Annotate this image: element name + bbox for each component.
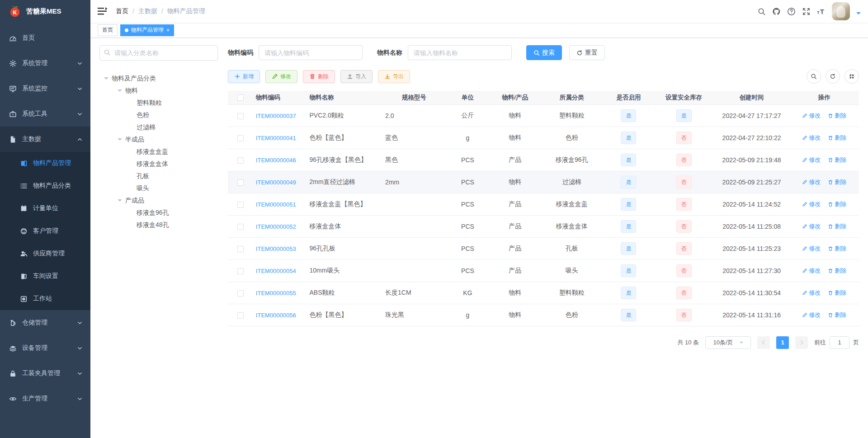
app-logo[interactable]: K 苦糖果MES [0, 0, 90, 23]
material-code-link[interactable]: ITEM00000052 [256, 223, 296, 230]
close-icon[interactable]: × [166, 28, 170, 33]
material-code-link[interactable]: ITEM00000056 [256, 312, 296, 319]
row-checkbox[interactable] [237, 246, 244, 252]
sidebar-item-system-tools[interactable]: 系统工具 [0, 101, 90, 127]
sidebar-item-production-mgmt[interactable]: 生产管理 [0, 386, 90, 411]
row-edit-link[interactable]: 修改 [802, 134, 821, 142]
row-edit-link[interactable]: 修改 [802, 222, 821, 231]
toggle-search-button[interactable] [807, 69, 821, 84]
select-all-checkbox[interactable] [237, 94, 244, 101]
row-edit-link[interactable]: 修改 [802, 245, 821, 253]
sidebar-item-home[interactable]: 首页 [0, 25, 90, 51]
row-delete-link[interactable]: 删除 [828, 245, 846, 253]
material-name-input[interactable] [408, 45, 512, 60]
row-delete-link[interactable]: 删除 [828, 112, 846, 120]
sidebar-item-equipment-mgmt[interactable]: 设备管理 [0, 335, 90, 361]
row-checkbox[interactable] [237, 268, 244, 274]
tree-node-leaf[interactable]: 塑料颗粒 [99, 97, 218, 109]
row-delete-link[interactable]: 删除 [828, 289, 846, 297]
page-size-select[interactable]: 10条/页 [705, 336, 751, 349]
sidebar-item-measure-unit[interactable]: 计量单位 [0, 197, 90, 220]
row-delete-link[interactable]: 删除 [828, 267, 846, 275]
tree-node-leaf[interactable]: 吸头 [99, 182, 218, 194]
tree-node-leaf[interactable]: 色粉 [99, 109, 218, 121]
tab-material-product-mgmt[interactable]: 物料产品管理 × [120, 24, 174, 36]
columns-button[interactable] [844, 69, 859, 84]
tree-expand-icon[interactable] [104, 77, 108, 82]
sidebar-item-workstation[interactable]: 工作站 [0, 287, 90, 310]
sidebar-item-workshop-settings[interactable]: 车间设置 [0, 265, 90, 287]
tree-expand-icon[interactable] [118, 199, 122, 204]
sidebar-item-warehouse-mgmt[interactable]: 仓储管理 [0, 310, 90, 335]
material-code-link[interactable]: ITEM00000049 [256, 179, 296, 186]
search-icon[interactable] [757, 7, 766, 16]
tree-node-group[interactable]: 产成品 [99, 194, 218, 207]
row-checkbox[interactable] [237, 312, 244, 319]
delete-button[interactable]: 删除 [303, 70, 335, 83]
material-code-link[interactable]: ITEM00000037 [256, 113, 296, 119]
goto-page-input[interactable] [830, 336, 849, 349]
row-delete-link[interactable]: 删除 [828, 156, 846, 164]
row-delete-link[interactable]: 删除 [828, 311, 846, 319]
import-button[interactable]: 导入 [340, 70, 373, 83]
material-code-link[interactable]: ITEM00000053 [256, 245, 296, 252]
tree-node-group[interactable]: 半成品 [99, 133, 218, 146]
next-page-button[interactable] [795, 336, 808, 349]
tab-home[interactable]: 首页 [98, 24, 118, 36]
github-icon[interactable] [772, 7, 781, 16]
row-delete-link[interactable]: 删除 [828, 178, 846, 186]
row-checkbox[interactable] [237, 202, 244, 208]
tree-expand-icon[interactable] [118, 89, 122, 94]
row-checkbox[interactable] [237, 290, 244, 297]
caret-down-icon[interactable] [856, 12, 861, 17]
question-icon[interactable] [787, 7, 796, 16]
row-delete-link[interactable]: 删除 [828, 134, 846, 142]
avatar[interactable] [832, 2, 850, 20]
sidebar-item-supplier-mgmt[interactable]: 供应商管理 [0, 242, 90, 265]
material-code-link[interactable]: ITEM00000055 [256, 290, 296, 297]
tree-node-group[interactable]: 物料 [99, 85, 218, 97]
category-search-input[interactable] [99, 45, 218, 61]
sidebar-item-customer-mgmt[interactable]: 客户管理 [0, 220, 90, 242]
sidebar-item-material-product-mgmt[interactable]: 物料产品管理 [0, 152, 90, 174]
tree-node-leaf[interactable]: 移液盒48孔 [99, 219, 218, 231]
tree-node-leaf[interactable]: 移液盒盒体 [99, 158, 218, 170]
add-button[interactable]: 新增 [228, 70, 260, 83]
row-delete-link[interactable]: 删除 [828, 200, 846, 208]
search-button[interactable]: 搜索 [526, 45, 562, 60]
export-button[interactable]: 导出 [378, 70, 410, 83]
page-number-1[interactable]: 1 [776, 336, 789, 349]
tree-node-root[interactable]: 物料及产品分类 [99, 72, 218, 85]
row-checkbox[interactable] [237, 113, 244, 119]
material-code-link[interactable]: ITEM00000054 [256, 268, 296, 274]
sidebar-item-fixture-mgmt[interactable]: 工装夹具管理 [0, 361, 90, 386]
breadcrumb-master-data[interactable]: 主数据 [138, 7, 157, 15]
refresh-button[interactable] [826, 69, 840, 84]
row-edit-link[interactable]: 修改 [802, 178, 821, 186]
row-edit-link[interactable]: 修改 [802, 289, 821, 297]
row-delete-link[interactable]: 删除 [828, 222, 846, 231]
reset-button[interactable]: 重置 [569, 45, 605, 60]
sidebar-item-master-data[interactable]: 主数据 [0, 127, 90, 152]
row-checkbox[interactable] [237, 157, 244, 164]
sidebar-item-system-monitor[interactable]: 系统监控 [0, 76, 90, 101]
sidebar-item-system-mgmt[interactable]: 系统管理 [0, 51, 90, 76]
row-edit-link[interactable]: 修改 [802, 267, 821, 275]
row-checkbox[interactable] [237, 224, 244, 230]
row-edit-link[interactable]: 修改 [802, 156, 821, 164]
tree-node-leaf[interactable]: 孔板 [99, 170, 218, 182]
tree-node-leaf[interactable]: 移液盒盒盖 [99, 146, 218, 158]
row-checkbox[interactable] [237, 135, 244, 141]
row-checkbox[interactable] [237, 179, 244, 186]
fullscreen-icon[interactable] [802, 7, 811, 16]
row-edit-link[interactable]: 修改 [802, 200, 821, 208]
material-code-input[interactable] [259, 45, 363, 60]
row-edit-link[interactable]: 修改 [802, 311, 821, 319]
tree-node-leaf[interactable]: 过滤棉 [99, 121, 218, 133]
font-size-icon[interactable]: TT [817, 7, 826, 16]
tree-node-leaf[interactable]: 移液盒96孔 [99, 207, 218, 219]
sidebar-toggle-icon[interactable] [98, 7, 108, 15]
tree-expand-icon[interactable] [118, 138, 122, 143]
material-code-link[interactable]: ITEM00000051 [256, 201, 296, 208]
prev-page-button[interactable] [757, 336, 770, 349]
